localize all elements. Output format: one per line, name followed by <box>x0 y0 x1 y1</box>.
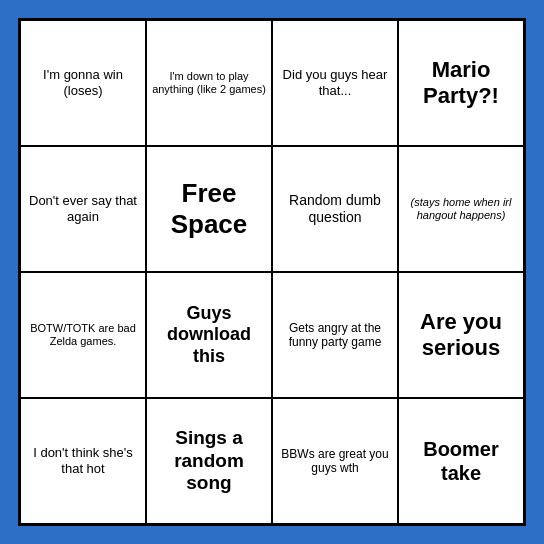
bingo-cell-r2c3: Random dumb question <box>272 146 398 272</box>
bingo-card: I'm gonna win (loses)I'm down to play an… <box>0 0 544 544</box>
bingo-cell-r2c2: Free Space <box>146 146 272 272</box>
bingo-cell-r4c1: I don't think she's that hot <box>20 398 146 524</box>
bingo-cell-r3c3: Gets angry at the funny party game <box>272 272 398 398</box>
bingo-cell-r2c1: Don't ever say that again <box>20 146 146 272</box>
bingo-grid: I'm gonna win (loses)I'm down to play an… <box>18 18 526 526</box>
bingo-cell-r1c3: Did you guys hear that... <box>272 20 398 146</box>
bingo-cell-r3c2: Guys download this <box>146 272 272 398</box>
bingo-cell-r4c2: Sings a random song <box>146 398 272 524</box>
bingo-cell-r1c4: Mario Party?! <box>398 20 524 146</box>
bingo-cell-r1c1: I'm gonna win (loses) <box>20 20 146 146</box>
bingo-cell-r1c2: I'm down to play anything (like 2 games) <box>146 20 272 146</box>
bingo-cell-r2c4: (stays home when irl hangout happens) <box>398 146 524 272</box>
bingo-cell-r3c4: Are you serious <box>398 272 524 398</box>
bingo-cell-r3c1: BOTW/TOTK are bad Zelda games. <box>20 272 146 398</box>
bingo-cell-r4c4: Boomer take <box>398 398 524 524</box>
bingo-cell-r4c3: BBWs are great you guys wth <box>272 398 398 524</box>
